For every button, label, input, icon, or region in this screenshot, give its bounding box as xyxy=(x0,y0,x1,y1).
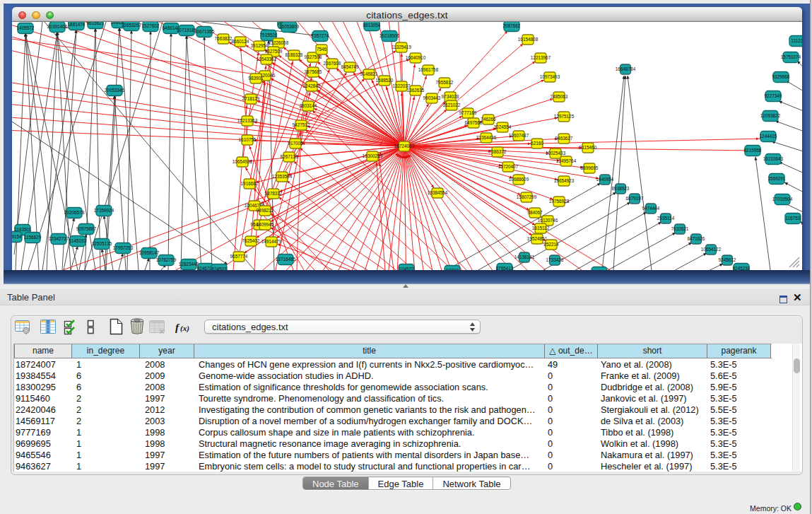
svg-text:746266: 746266 xyxy=(481,117,496,122)
svg-text:19384554: 19384554 xyxy=(428,190,448,195)
svg-text:16053809: 16053809 xyxy=(279,24,300,29)
svg-text:1145193: 1145193 xyxy=(69,238,87,243)
svg-text:(x): (x) xyxy=(180,324,189,333)
svg-text:13716485: 13716485 xyxy=(276,257,296,262)
svg-text:8454749: 8454749 xyxy=(341,64,359,69)
svg-text:983901: 983901 xyxy=(248,76,264,81)
svg-text:5878332: 5878332 xyxy=(265,191,283,196)
svg-text:7955812: 7955812 xyxy=(436,80,454,85)
svg-text:9329966: 9329966 xyxy=(772,74,790,79)
svg-text:9903443: 9903443 xyxy=(423,95,441,100)
svg-text:8660124: 8660124 xyxy=(232,39,249,44)
svg-text:17957253: 17957253 xyxy=(113,245,134,250)
svg-text:3875685: 3875685 xyxy=(305,69,322,74)
svg-text:1615112: 1615112 xyxy=(532,226,550,230)
svg-text:10688609: 10688609 xyxy=(509,177,529,182)
svg-text:10607487: 10607487 xyxy=(509,133,529,138)
svg-text:10671355: 10671355 xyxy=(194,29,215,34)
svg-text:1362635: 1362635 xyxy=(407,88,425,93)
svg-text:90975887: 90975887 xyxy=(76,226,97,231)
svg-text:16961758: 16961758 xyxy=(418,67,439,72)
svg-text:8938923: 8938923 xyxy=(612,186,630,191)
svg-text:1733426: 1733426 xyxy=(546,257,564,262)
svg-text:1610755: 1610755 xyxy=(239,137,257,142)
svg-text:11325419: 11325419 xyxy=(392,45,411,49)
svg-text:7663822: 7663822 xyxy=(215,36,233,41)
svg-text:16648784: 16648784 xyxy=(616,66,636,71)
svg-text:917005: 917005 xyxy=(288,141,303,146)
svg-text:9474444: 9474444 xyxy=(642,206,660,211)
svg-text:14136141: 14136141 xyxy=(514,255,535,259)
svg-text:7485063: 7485063 xyxy=(551,94,568,99)
svg-text:19756928: 19756928 xyxy=(549,199,570,204)
svg-text:9463627: 9463627 xyxy=(555,136,573,141)
svg-text:1156829: 1156829 xyxy=(24,235,42,240)
svg-text:939154: 939154 xyxy=(12,234,22,239)
svg-text:9734028: 9734028 xyxy=(442,94,459,99)
svg-text:19218506: 19218506 xyxy=(379,33,400,38)
svg-text:9327509: 9327509 xyxy=(265,49,283,54)
svg-text:8186328: 8186328 xyxy=(286,52,303,57)
svg-text:15720407: 15720407 xyxy=(498,164,519,169)
svg-text:8471626: 8471626 xyxy=(688,236,705,241)
svg-text:19300253: 19300253 xyxy=(363,153,383,158)
svg-text:9327508: 9327508 xyxy=(305,54,322,59)
svg-text:9146821: 9146821 xyxy=(360,71,378,76)
svg-text:6879197: 6879197 xyxy=(626,196,644,201)
svg-text:15751074: 15751074 xyxy=(781,54,801,59)
svg-text:1440954: 1440954 xyxy=(596,177,614,182)
svg-text:12823448: 12823448 xyxy=(179,262,199,267)
svg-text:1588520: 1588520 xyxy=(376,78,394,83)
svg-text:1405572: 1405572 xyxy=(17,25,35,30)
svg-text:2803144: 2803144 xyxy=(300,103,317,108)
svg-text:17359924: 17359924 xyxy=(94,208,114,213)
svg-text:3912954: 3912954 xyxy=(251,43,269,48)
svg-text:8267130: 8267130 xyxy=(281,154,298,159)
svg-text:1527602: 1527602 xyxy=(142,23,160,28)
svg-text:9245612: 9245612 xyxy=(719,257,736,262)
svg-text:984067: 984067 xyxy=(527,210,543,215)
svg-text:1916682: 1916682 xyxy=(241,181,259,186)
svg-text:9498212: 9498212 xyxy=(257,208,274,213)
svg-text:9227349: 9227349 xyxy=(765,93,782,98)
svg-text:1569291: 1569291 xyxy=(768,176,786,181)
svg-text:12505135: 12505135 xyxy=(92,241,112,246)
svg-text:18724007: 18724007 xyxy=(394,144,415,148)
svg-text:f: f xyxy=(175,322,180,333)
svg-text:9657774: 9657774 xyxy=(230,254,248,259)
svg-text:12213363: 12213363 xyxy=(237,118,258,123)
svg-text:62160: 62160 xyxy=(531,141,543,146)
svg-text:19524851: 19524851 xyxy=(527,236,548,241)
svg-text:2718129: 2718129 xyxy=(242,96,260,101)
svg-text:14914479: 14914479 xyxy=(261,239,282,244)
svg-text:10654932: 10654932 xyxy=(233,159,253,164)
svg-text:1409945: 1409945 xyxy=(257,222,274,227)
svg-text:7546: 7546 xyxy=(317,47,327,52)
svg-text:7632621: 7632621 xyxy=(671,226,689,231)
svg-text:17016504: 17016504 xyxy=(772,197,793,201)
svg-text:12213967: 12213967 xyxy=(531,55,551,60)
svg-text:19654923: 19654923 xyxy=(554,178,575,183)
svg-text:2087662: 2087662 xyxy=(503,23,521,28)
svg-text:9427512: 9427512 xyxy=(293,122,310,127)
svg-text:1621022: 1621022 xyxy=(443,103,461,107)
svg-text:13495764: 13495764 xyxy=(556,158,577,163)
svg-text:6497568: 6497568 xyxy=(465,120,483,125)
svg-text:1244415: 1244415 xyxy=(760,134,777,139)
svg-text:9115460: 9115460 xyxy=(579,145,597,150)
svg-text:7357274: 7357274 xyxy=(312,33,329,38)
svg-text:12975125: 12975125 xyxy=(554,114,575,119)
svg-text:16210643: 16210643 xyxy=(763,156,784,161)
svg-text:116753: 116753 xyxy=(786,216,801,221)
svg-text:10025433: 10025433 xyxy=(546,151,566,156)
svg-text:8899695: 8899695 xyxy=(581,165,599,170)
svg-text:8215958: 8215958 xyxy=(744,148,762,153)
svg-text:8813054: 8813054 xyxy=(363,23,381,28)
svg-text:1881474: 1881474 xyxy=(68,22,86,27)
svg-text:15807299: 15807299 xyxy=(517,194,537,199)
svg-text:7625402: 7625402 xyxy=(242,238,260,243)
svg-text:23226058: 23226058 xyxy=(269,40,289,45)
svg-text:3024554: 3024554 xyxy=(494,124,512,129)
svg-text:20053346: 20053346 xyxy=(105,88,125,93)
svg-text:20391406: 20391406 xyxy=(47,24,68,29)
